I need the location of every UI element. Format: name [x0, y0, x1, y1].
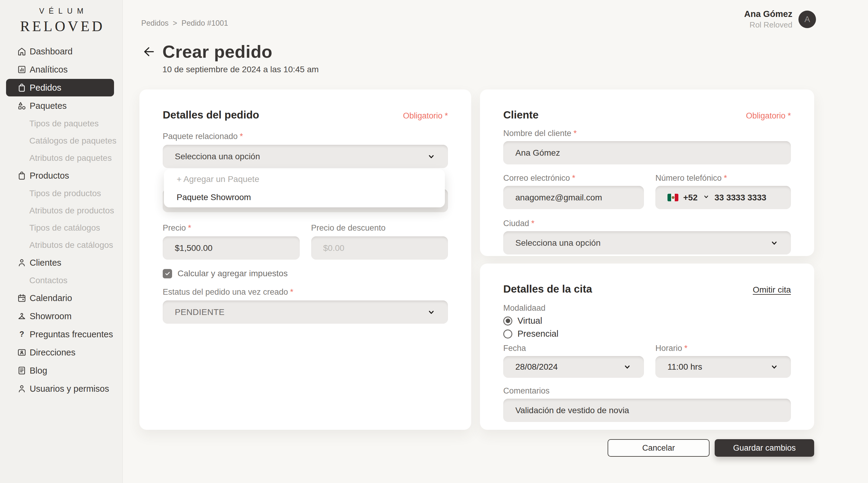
sidebar-item-label: Analíticos — [30, 65, 68, 75]
hanger-icon — [17, 311, 27, 321]
sidebar-item-paquetes[interactable]: Paquetes — [0, 97, 123, 115]
sidebar-item-usuarios-y-permisos[interactable]: Usuarios y permisos — [0, 380, 123, 398]
calendar-icon — [17, 293, 27, 303]
sidebar-item-label: Catálogos de paquetes — [29, 136, 117, 146]
phone-number: 33 3333 3333 — [715, 193, 766, 202]
ciudad-select[interactable]: Selecciona una opción — [503, 231, 791, 255]
page-title: Crear pedido — [162, 41, 273, 62]
chevron-down-icon — [623, 362, 632, 372]
impuestos-checkbox-row[interactable]: Calcular y agregar impuestos — [163, 269, 448, 278]
breadcrumb-separator: > — [173, 19, 177, 28]
sidebar-item-label: Paquetes — [30, 101, 67, 111]
sidebar-item-label: Pedidos — [30, 83, 61, 93]
sidebar-item-showroom[interactable]: Showroom — [0, 307, 123, 325]
sidebar-item-label: Blog — [30, 366, 47, 376]
user-role: Rol Reloved — [744, 20, 793, 30]
sidebar-item-atributos-de-productos[interactable]: Atributos de productos — [0, 202, 123, 219]
impuestos-label: Calcular y agregar impuestos — [178, 269, 288, 278]
ciudad-label: Ciudad* — [503, 219, 791, 228]
brand-wordmark-top: VÉLUM — [0, 7, 123, 15]
sidebar-nav: Dashboard Analíticos Pedidos Paquetes Ti… — [0, 42, 123, 398]
country-code[interactable]: +52 — [683, 193, 698, 202]
precio-label: Precio* — [163, 223, 300, 233]
sidebar-item-label: Clientes — [30, 258, 61, 268]
client-card: Cliente Obligatorio * Nombre del cliente… — [480, 90, 814, 256]
precio-descuento-label: Precio de descuento — [311, 223, 448, 233]
dropdown-option-add-package[interactable]: + Agregar un Paquete — [177, 174, 432, 184]
nombre-cliente-input[interactable] — [503, 141, 791, 164]
cancel-button[interactable]: Cancelar — [608, 439, 710, 457]
nombre-cliente-label: Nombre del cliente* — [503, 129, 791, 138]
telefono-label: Número telefónico* — [655, 173, 791, 183]
user-menu[interactable]: Ana Gómez Rol Reloved A — [744, 9, 816, 30]
home-icon — [17, 46, 27, 57]
sidebar-item-preguntas-frecuentes[interactable]: ? Preguntas frecuentes — [0, 325, 123, 343]
user-name: Ana Gómez — [744, 9, 793, 19]
shapes-icon — [17, 101, 27, 111]
radio-presencial[interactable]: Presencial — [503, 329, 791, 339]
save-button[interactable]: Guardar cambios — [715, 439, 814, 457]
telefono-input[interactable]: +52 33 3333 3333 — [655, 186, 791, 209]
sidebar-item-label: Calendario — [30, 293, 72, 303]
paquete-dropdown-panel: + Agregar un Paquete Paquete Showroom — [164, 169, 445, 207]
sidebar-item-pedidos[interactable]: Pedidos — [6, 79, 114, 96]
id-card-icon — [17, 347, 27, 358]
sidebar-item-label: Atributos de catálogos — [29, 240, 113, 250]
sidebar-item-direcciones[interactable]: Direcciones — [0, 343, 123, 361]
chevron-down-icon — [427, 152, 436, 161]
sidebar-item-tipos-de-catalogos[interactable]: Tipos de catálogos — [0, 219, 123, 236]
sidebar-item-catalogos-de-paquetes[interactable]: Catálogos de paquetes — [0, 132, 123, 149]
sidebar-item-atributos-de-paquetes[interactable]: Atributos de paquetes — [0, 149, 123, 166]
sidebar-item-label: Direcciones — [30, 348, 75, 358]
sidebar-item-clientes[interactable]: Clientes — [0, 254, 123, 272]
sidebar-item-label: Showroom — [30, 311, 72, 321]
horario-select[interactable]: 11:00 hrs — [655, 356, 791, 378]
avatar[interactable]: A — [799, 10, 816, 28]
client-card-title: Cliente — [503, 109, 539, 121]
sidebar-item-label: Tipos de catálogos — [29, 223, 100, 233]
sidebar-item-calendario[interactable]: Calendario — [0, 289, 123, 307]
sidebar-item-tipos-de-paquetes[interactable]: Tipos de paquetes — [0, 115, 123, 132]
omitir-cita-link[interactable]: Omitir cita — [753, 285, 791, 295]
analytics-icon — [17, 64, 27, 75]
checkbox-checked-icon[interactable] — [163, 269, 172, 278]
fecha-select[interactable]: 28/08/2024 — [503, 356, 644, 378]
sidebar-item-blog[interactable]: Blog — [0, 361, 123, 380]
question-icon: ? — [17, 329, 27, 340]
breadcrumb-pedidos[interactable]: Pedidos — [141, 19, 168, 28]
cita-card-title: Detalles de la cita — [503, 283, 592, 295]
sidebar-item-contactos[interactable]: Contactos — [0, 272, 123, 289]
chevron-down-icon — [770, 238, 779, 248]
fecha-label: Fecha — [503, 344, 644, 353]
estatus-label: Estatus del pedido una vez creado* — [163, 287, 448, 297]
sidebar-item-atributos-de-catalogos[interactable]: Atributos de catálogos — [0, 236, 123, 254]
comentarios-input[interactable] — [503, 399, 791, 422]
correo-input[interactable] — [503, 186, 644, 209]
chevron-down-icon — [703, 193, 710, 202]
sidebar-item-analiticos[interactable]: Analíticos — [0, 60, 123, 78]
sidebar-item-productos[interactable]: Productos — [0, 166, 123, 185]
breadcrumb-current[interactable]: Pedido #1001 — [182, 19, 228, 28]
chevron-down-icon — [770, 362, 779, 372]
person-icon — [17, 384, 27, 394]
sidebar-item-label: Tipos de paquetes — [29, 119, 99, 128]
precio-input[interactable] — [163, 236, 300, 260]
paquete-relacionado-select[interactable]: Selecciona una opción — [163, 145, 448, 168]
precio-descuento-input[interactable] — [311, 236, 448, 260]
paquete-relacionado-label: Paquete relacionado* — [163, 132, 448, 141]
chevron-down-icon — [427, 308, 436, 317]
page-subtitle: 10 de septiembre de 2024 a las 10:45 am — [162, 65, 868, 74]
shopping-bag-icon — [17, 83, 27, 93]
sidebar-item-label: Atributos de paquetes — [29, 153, 112, 163]
back-arrow-icon[interactable] — [140, 44, 155, 59]
brand-wordmark: RELOVED — [0, 18, 123, 34]
radio-selected-icon[interactable] — [503, 317, 512, 325]
appointment-card: Detalles de la cita Omitir cita Modalida… — [480, 264, 814, 430]
radio-unselected-icon[interactable] — [503, 329, 512, 339]
estatus-select[interactable]: PENDIENTE — [163, 300, 448, 324]
sidebar-item-label: Preguntas frecuentes — [30, 329, 113, 340]
sidebar-item-tipos-de-productos[interactable]: Tipos de productos — [0, 185, 123, 202]
dropdown-option-paquete-showroom[interactable]: Paquete Showroom — [177, 193, 432, 202]
sidebar-item-dashboard[interactable]: Dashboard — [0, 42, 123, 60]
radio-virtual[interactable]: Virtual — [503, 316, 791, 326]
